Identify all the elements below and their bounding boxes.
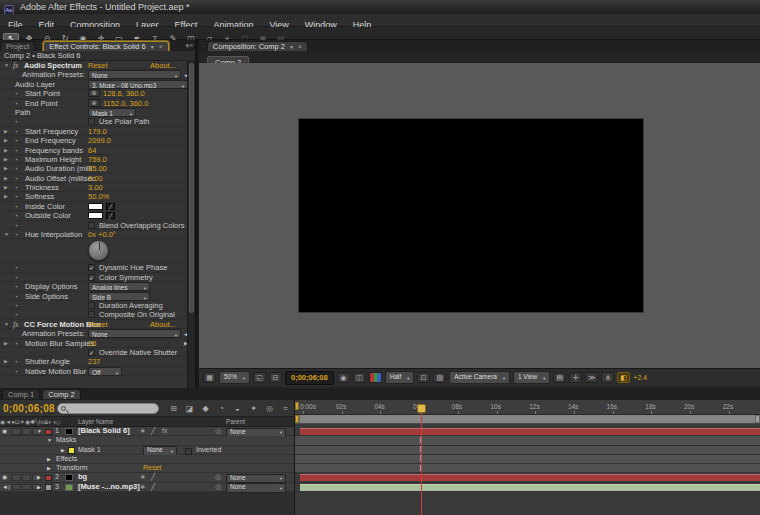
- stopwatch-icon[interactable]: ◔: [14, 211, 18, 220]
- color-swatch[interactable]: [88, 212, 103, 219]
- eyedropper-icon[interactable]: ╱: [106, 212, 115, 219]
- property-dropdown[interactable]: 3. Muse - 08 Uno.mp3: [88, 80, 187, 89]
- layer-row-mask-1[interactable]: ▶Mask 1NoneInverted: [0, 446, 294, 455]
- view-layout-menu[interactable]: 1 View: [513, 371, 550, 384]
- property-value[interactable]: 1152.0, 360.0: [103, 99, 148, 108]
- parent-dropdown[interactable]: None: [226, 483, 286, 493]
- time-navigator-handle[interactable]: [295, 402, 299, 410]
- layer-row-bg[interactable]: ◉▶2bg∗╱◎None: [0, 473, 294, 482]
- layer-color-swatch[interactable]: [45, 484, 52, 491]
- stopwatch-icon[interactable]: ◔: [14, 221, 18, 230]
- stopwatch-icon[interactable]: ◔: [14, 339, 18, 348]
- twirl-icon[interactable]: ▶: [37, 473, 41, 482]
- av-cell[interactable]: [12, 428, 21, 435]
- layer-switch-0[interactable]: ∗: [140, 483, 146, 492]
- auto-keyframe-icon[interactable]: ◎: [262, 403, 277, 415]
- work-area-end-handle[interactable]: [755, 415, 760, 423]
- layer-name[interactable]: bg: [78, 473, 87, 482]
- stopwatch-icon[interactable]: ◔: [14, 117, 18, 126]
- transform-reset-link[interactable]: Reset: [143, 464, 161, 473]
- stopwatch-icon[interactable]: ◔: [14, 301, 18, 310]
- checkbox[interactable]: [88, 311, 95, 318]
- effect-panel-scrollbar[interactable]: [187, 61, 195, 388]
- stopwatch-icon[interactable]: ◔: [14, 192, 18, 201]
- twirl-icon[interactable]: ▶: [4, 183, 12, 192]
- region-of-interest-icon[interactable]: ⊡: [417, 372, 430, 383]
- av-cell[interactable]: [12, 474, 21, 481]
- exposure-value[interactable]: +2.4: [633, 374, 647, 381]
- frame-blend-icon[interactable]: ◔: [214, 403, 229, 415]
- comp-canvas[interactable]: [299, 119, 643, 312]
- inverted-checkbox[interactable]: [185, 448, 192, 455]
- twirl-icon[interactable]: ▼: [37, 427, 42, 436]
- stopwatch-icon[interactable]: ◔: [14, 230, 18, 239]
- current-time-display[interactable]: 0;00;06;08: [3, 403, 55, 414]
- show-snapshot-icon[interactable]: ◫: [353, 372, 366, 383]
- timeline-search[interactable]: [57, 403, 159, 414]
- twirl-icon[interactable]: ▼: [4, 320, 12, 329]
- twirl-icon[interactable]: ▶: [4, 127, 12, 136]
- checkbox[interactable]: [88, 302, 95, 309]
- twirl-icon[interactable]: ▶: [61, 446, 65, 455]
- close-icon[interactable]: ×: [298, 43, 302, 50]
- checkbox[interactable]: ✓: [88, 274, 95, 281]
- property-value[interactable]: 179.0: [88, 127, 107, 136]
- presets-dropdown[interactable]: None: [88, 329, 181, 338]
- layer-row-masks[interactable]: ▼Masks: [0, 436, 294, 445]
- layer-name[interactable]: [Muse -...no.mp3]: [78, 483, 140, 492]
- av-cell[interactable]: [22, 474, 31, 481]
- stopwatch-icon[interactable]: ◔: [14, 292, 18, 301]
- presets-dropdown[interactable]: None: [88, 70, 181, 79]
- layer-switch-2[interactable]: fx: [162, 427, 167, 436]
- layer-switch-0[interactable]: ∗: [140, 473, 146, 482]
- tab-comp-2[interactable]: Comp 2: [42, 389, 80, 399]
- group-name[interactable]: Effects: [56, 455, 77, 464]
- property-value[interactable]: 64: [88, 146, 96, 155]
- property-dropdown[interactable]: Side B: [88, 292, 150, 301]
- audio-duration-bar[interactable]: [300, 484, 760, 491]
- layer-switch-1[interactable]: ╱: [151, 483, 155, 492]
- property-value[interactable]: 0x +0.0°: [88, 230, 116, 239]
- stopwatch-icon[interactable]: ◔: [14, 273, 18, 282]
- draft-3d-icon[interactable]: ◪: [182, 403, 197, 415]
- stopwatch-icon[interactable]: ◔: [14, 155, 18, 164]
- current-time-indicator[interactable]: [417, 404, 426, 413]
- pickwhip-icon[interactable]: ◎: [215, 473, 221, 482]
- twirl-icon[interactable]: ▶: [4, 146, 12, 155]
- av-cell[interactable]: [22, 484, 31, 491]
- twirl-icon[interactable]: ▶: [4, 339, 12, 348]
- property-value[interactable]: 759.0: [88, 155, 107, 164]
- resolution-menu[interactable]: Half: [385, 371, 415, 384]
- info-icon[interactable]: ▦: [203, 372, 216, 383]
- property-value[interactable]: 50.0%: [88, 192, 109, 201]
- eye-icon[interactable]: ◉: [2, 473, 7, 482]
- group-name[interactable]: Masks: [56, 436, 76, 445]
- point-crosshair-icon[interactable]: ⊕: [88, 99, 100, 107]
- property-value[interactable]: 26: [88, 339, 96, 348]
- stopwatch-icon[interactable]: ◔: [14, 146, 18, 155]
- stopwatch-icon[interactable]: ◔: [14, 367, 18, 376]
- property-value[interactable]: 128.6, 360.0: [103, 89, 145, 98]
- twirl-icon[interactable]: ▶: [37, 483, 41, 492]
- tab-composition[interactable]: Composition: Comp 2▼×: [207, 41, 308, 51]
- stopwatch-icon[interactable]: ◔: [14, 164, 18, 173]
- motion-blur-icon[interactable]: ◒: [230, 403, 245, 415]
- graph-editor-icon[interactable]: ≈: [278, 403, 293, 415]
- layer-switch-0[interactable]: ∗: [140, 427, 146, 436]
- comp-family-icon[interactable]: ⊞: [166, 403, 181, 415]
- layer-row-transform[interactable]: ▶TransformReset: [0, 464, 294, 473]
- layer-switch-1[interactable]: ╱: [151, 473, 155, 482]
- brainstorm-icon[interactable]: ✦: [246, 403, 261, 415]
- stopwatch-icon[interactable]: ◔: [14, 136, 18, 145]
- pixel-aspect-icon[interactable]: ✛: [569, 372, 582, 383]
- twirl-icon[interactable]: ▶: [4, 174, 12, 183]
- search-input[interactable]: [69, 404, 155, 413]
- layer-row--black-solid-6-[interactable]: ◉▼1[Black Solid 6]∗╱fx◎None: [0, 427, 294, 436]
- layer-duration-bar[interactable]: [300, 428, 760, 435]
- stopwatch-icon[interactable]: ◔: [14, 174, 18, 183]
- comp-timecode[interactable]: 0;00;06;08: [285, 371, 334, 385]
- camera-menu[interactable]: Active Camera: [449, 371, 510, 384]
- twirl-icon[interactable]: ▼: [4, 230, 12, 239]
- stopwatch-icon[interactable]: ◔: [14, 282, 18, 291]
- checkbox[interactable]: ✓: [88, 349, 95, 356]
